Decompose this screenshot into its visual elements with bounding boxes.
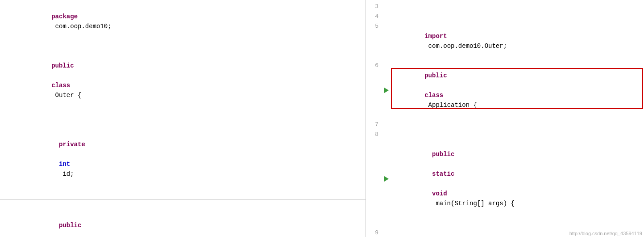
left-line-blank1 (0, 41, 366, 51)
left-line-class-outer: public class Outer { (0, 51, 366, 110)
left-code-area: package com.oop.demo10; public class Out… (0, 0, 366, 237)
right-line-5: 5 import com.oop.demo10.Outer; (366, 21, 644, 61)
left-line-blank2 (0, 110, 366, 120)
right-line-3: 3 (366, 2, 644, 12)
left-line-void-out: public void out(){ (0, 201, 366, 237)
left-separator-1 (0, 199, 366, 200)
package-name: com.oop.demo10; (51, 23, 111, 30)
right-line-6: 6 public class Application { (366, 61, 644, 120)
left-code-panel: package com.oop.demo10; public class Out… (0, 0, 366, 237)
package-keyword: package (51, 13, 78, 20)
right-line-7: 7 (366, 120, 644, 130)
run-icon-6[interactable] (384, 88, 389, 93)
left-line-num-blank (0, 2, 18, 41)
right-line-4: 4 (366, 12, 644, 21)
run-icon-8[interactable] (384, 176, 389, 182)
left-line-private-int: private int id; (0, 120, 366, 199)
right-code-panel: 3 4 5 import com.oop.demo10.Outer; 6 (366, 0, 644, 237)
left-line-package: package com.oop.demo10; (0, 2, 366, 41)
left-code-package: package com.oop.demo10; (18, 2, 366, 41)
right-code-area: 3 4 5 import com.oop.demo10.Outer; 6 (366, 0, 644, 237)
right-line-8: 8 public static void main(String[] args)… (366, 130, 644, 228)
watermark: http://blog.csdn.net/qq_43594119 (569, 231, 642, 236)
